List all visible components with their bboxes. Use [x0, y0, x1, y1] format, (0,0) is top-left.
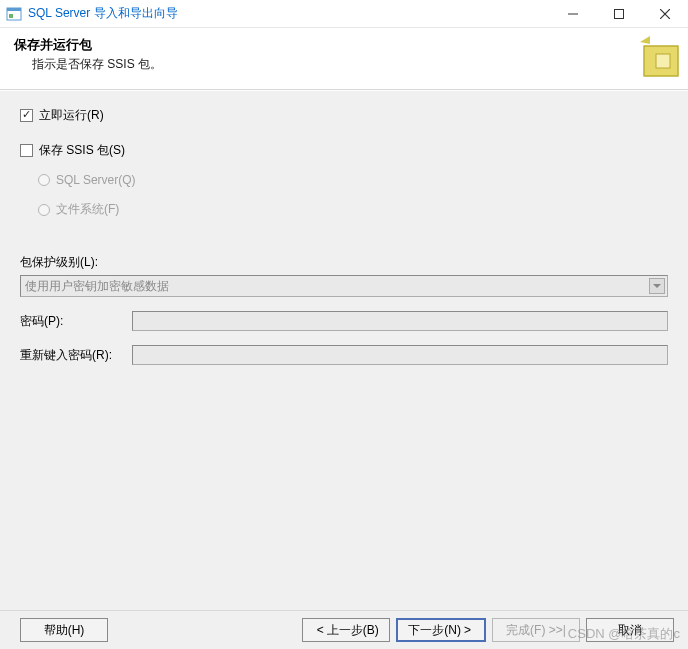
page-subtitle: 指示是否保存 SSIS 包。 — [32, 56, 676, 73]
password-input — [132, 311, 668, 331]
help-button[interactable]: 帮助(H) — [20, 618, 108, 642]
svg-rect-9 — [656, 54, 670, 68]
cancel-button[interactable]: 取消 — [586, 618, 674, 642]
titlebar: SQL Server 导入和导出向导 — [0, 0, 688, 28]
run-immediately-option[interactable]: 立即运行(R) — [20, 107, 668, 124]
svg-rect-1 — [7, 8, 21, 11]
protection-level-dropdown: 使用用户密钥加密敏感数据 — [20, 275, 668, 297]
cancel-button-label: 取消 — [618, 622, 642, 639]
radio-icon — [38, 204, 50, 216]
content-area: 立即运行(R) 保存 SSIS 包(S) SQL Server(Q) 文件系统(… — [0, 90, 688, 610]
retype-password-input — [132, 345, 668, 365]
svg-rect-4 — [615, 10, 624, 19]
checkbox-icon — [20, 144, 33, 157]
finish-button-label: 完成(F) >>| — [506, 622, 566, 639]
svg-rect-2 — [9, 14, 13, 18]
maximize-button[interactable] — [596, 0, 642, 28]
minimize-button[interactable] — [550, 0, 596, 28]
retype-password-label: 重新键入密码(R): — [20, 347, 132, 364]
page-title: 保存并运行包 — [14, 36, 676, 54]
back-button[interactable]: < 上一步(B) — [302, 618, 390, 642]
sql-server-label: SQL Server(Q) — [56, 173, 136, 187]
close-button[interactable] — [642, 0, 688, 28]
help-button-label: 帮助(H) — [44, 622, 85, 639]
sql-server-option: SQL Server(Q) — [38, 173, 668, 187]
protection-level-section: 包保护级别(L): 使用用户密钥加密敏感数据 — [20, 254, 668, 297]
save-ssis-label: 保存 SSIS 包(S) — [39, 142, 125, 159]
wizard-footer: 帮助(H) < 上一步(B) 下一步(N) > 完成(F) >>| 取消 — [0, 610, 688, 649]
checkbox-icon — [20, 109, 33, 122]
save-ssis-option[interactable]: 保存 SSIS 包(S) — [20, 142, 668, 159]
back-button-label: 上一步(B) — [327, 622, 379, 639]
chevron-right-icon: > — [464, 623, 471, 637]
finish-button: 完成(F) >>| — [492, 618, 580, 642]
next-button-label: 下一步(N) — [408, 622, 461, 639]
file-system-label: 文件系统(F) — [56, 201, 119, 218]
password-row: 密码(P): — [20, 311, 668, 331]
radio-icon — [38, 174, 50, 186]
package-icon — [636, 34, 688, 86]
next-button[interactable]: 下一步(N) > — [396, 618, 486, 642]
protection-level-label: 包保护级别(L): — [20, 254, 668, 271]
app-icon — [6, 6, 22, 22]
retype-password-row: 重新键入密码(R): — [20, 345, 668, 365]
password-label: 密码(P): — [20, 313, 132, 330]
chevron-left-icon: < — [317, 623, 324, 637]
wizard-header: 保存并运行包 指示是否保存 SSIS 包。 — [0, 28, 688, 90]
run-immediately-label: 立即运行(R) — [39, 107, 104, 124]
window-controls — [550, 0, 688, 27]
protection-level-value: 使用用户密钥加密敏感数据 — [25, 278, 169, 295]
file-system-option: 文件系统(F) — [38, 201, 668, 218]
window-title: SQL Server 导入和导出向导 — [28, 5, 178, 22]
chevron-down-icon — [649, 278, 665, 294]
